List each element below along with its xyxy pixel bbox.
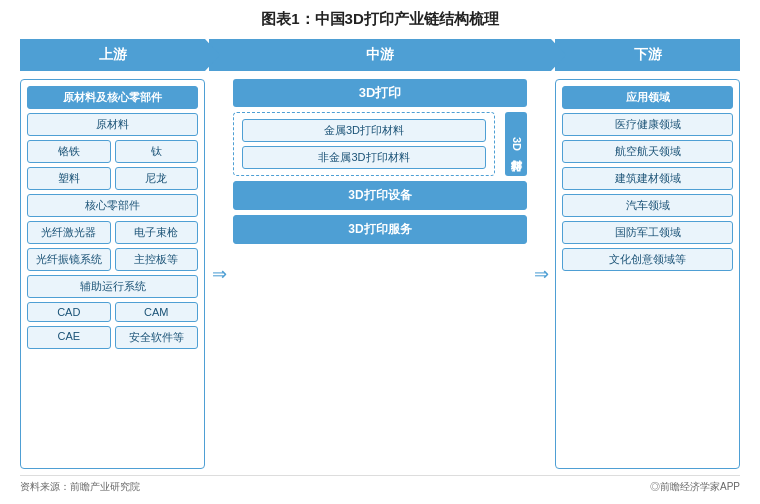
- downstream-column: 应用领域 医疗健康领域 航空航天领域 建筑建材领域 汽车领域 国防军工领域 文化…: [555, 79, 740, 469]
- material-plastic: 塑料: [27, 167, 111, 190]
- materials-row1: 铬铁 钛: [27, 140, 198, 163]
- aux-cad: CAD: [27, 302, 111, 322]
- footer: 资料来源：前瞻产业研究院 ◎前瞻经济学家APP: [20, 475, 740, 494]
- downstream-item-5: 文化创意领域等: [562, 248, 733, 271]
- core-fiber-laser: 光纤激光器: [27, 221, 111, 244]
- upstream-column: 原材料及核心零部件 原材料 铬铁 钛 塑料 尼龙 核心零部件 光纤激光器 电子束…: [20, 79, 205, 469]
- materials-row2: 塑料 尼龙: [27, 167, 198, 190]
- left-arrow-icon: ⇒: [212, 263, 227, 285]
- source-text: 资料来源：前瞻产业研究院: [20, 480, 140, 494]
- nonmetal-materials-box: 非金属3D打印材料: [242, 146, 486, 169]
- page-title: 图表1：中国3D打印产业链结构梳理: [20, 10, 740, 29]
- midstream-column: 3D打印 金属3D打印材料 非金属3D打印材料 3D打印材料 3D打印设备 3D…: [233, 79, 527, 469]
- midstream-main-box: 3D打印: [233, 79, 527, 107]
- aux-software: 安全软件等: [115, 326, 199, 349]
- material-nylon: 尼龙: [115, 167, 199, 190]
- downstream-item-4: 国防军工领域: [562, 221, 733, 244]
- upstream-banner: 上游: [20, 39, 205, 71]
- downstream-item-1: 航空航天领域: [562, 140, 733, 163]
- aux-cam: CAM: [115, 302, 199, 322]
- aux-row2: CAE 安全软件等: [27, 326, 198, 349]
- materials-inner-section: 金属3D打印材料 非金属3D打印材料: [233, 112, 495, 176]
- materials-dashed-section: 金属3D打印材料 非金属3D打印材料 3D打印材料: [233, 112, 527, 176]
- core-electron-gun: 电子束枪: [115, 221, 199, 244]
- raw-materials-label: 原材料: [27, 113, 198, 136]
- auxiliary-label: 辅助运行系统: [27, 275, 198, 298]
- service-box: 3D打印服务: [233, 215, 527, 244]
- materials-side-label: 3D打印材料: [505, 112, 527, 176]
- core-row2: 光纤振镜系统 主控板等: [27, 248, 198, 271]
- downstream-item-2: 建筑建材领域: [562, 167, 733, 190]
- material-chromeiron: 铬铁: [27, 140, 111, 163]
- aux-cae: CAE: [27, 326, 111, 349]
- downstream-item-0: 医疗健康领域: [562, 113, 733, 136]
- aux-row1: CAD CAM: [27, 302, 198, 322]
- right-connector: ⇒: [533, 79, 549, 469]
- equipment-box: 3D打印设备: [233, 181, 527, 210]
- core-galvo: 光纤振镜系统: [27, 248, 111, 271]
- downstream-banner: 下游: [555, 39, 740, 71]
- main-content: 原材料及核心零部件 原材料 铬铁 钛 塑料 尼龙 核心零部件 光纤激光器 电子束…: [20, 79, 740, 469]
- banner-row: 上游 中游 下游: [20, 39, 740, 71]
- upstream-header: 原材料及核心零部件: [27, 86, 198, 109]
- core-parts-label: 核心零部件: [27, 194, 198, 217]
- app-text: ◎前瞻经济学家APP: [650, 480, 740, 494]
- left-connector: ⇒: [211, 79, 227, 469]
- core-board: 主控板等: [115, 248, 199, 271]
- right-arrow-icon: ⇒: [534, 263, 549, 285]
- metal-materials-box: 金属3D打印材料: [242, 119, 486, 142]
- midstream-banner: 中游: [209, 39, 551, 71]
- downstream-header: 应用领域: [562, 86, 733, 109]
- material-ti: 钛: [115, 140, 199, 163]
- downstream-item-3: 汽车领域: [562, 194, 733, 217]
- core-row1: 光纤激光器 电子束枪: [27, 221, 198, 244]
